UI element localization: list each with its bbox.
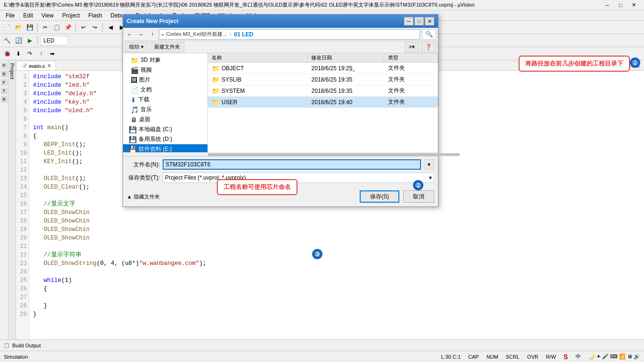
sep2 [75,23,76,32]
address-bar: ← → ↑ « Cortex-M3_Keil软件新建... › 01 LED 🔍 [123,28,438,41]
create-project-dialog: Create New Project ─ □ ✕ ← → ↑ « Cortex-… [123,14,438,207]
close-button[interactable]: ✕ [627,1,640,9]
back-btn[interactable]: ◀ [105,22,116,33]
paste-btn[interactable]: 📌 [63,22,73,33]
header-date[interactable]: 修改日期 [307,53,384,62]
left-sidebar: P B F T R [0,60,8,339]
addr-forward-btn[interactable]: → [136,30,146,39]
callout-1-arrow: → [348,66,356,76]
horizontal-scrollbar[interactable] [123,152,438,156]
file-row-user[interactable]: 📁USER 2018/6/25 19:40 文件夹 [208,97,438,108]
sep3 [102,23,103,32]
minimize-button[interactable]: ─ [601,1,614,9]
dialog-close-btn[interactable]: ✕ [425,17,434,25]
callout-1-number: ① [630,58,640,68]
tree-item-video[interactable]: 🎬 视频 [123,65,207,75]
addr-up-btn[interactable]: ↑ [148,30,157,39]
tree-item-edrive[interactable]: 💾 软件资料 (E:) [123,144,207,152]
header-type[interactable]: 类型 [384,53,438,62]
filebrowser-toolbar: 组织 ▾ 新建文件夹 ≡▾ ❓ [123,41,438,53]
title-text: E:\教学&项目开发\教学\Cortex-M3 教学\20180619 物联网开… [4,1,601,8]
new-file-btn[interactable]: 📄 [2,22,12,33]
status-simulation: Simulation [4,354,28,360]
hide-folders-btn[interactable]: ▲ 隐藏文件夹 [127,193,160,200]
new-folder-btn[interactable]: 新建文件夹 [150,42,184,52]
callout-3-number: ③ [312,249,322,259]
hide-folders-label: 隐藏文件夹 [134,193,160,200]
save-btn[interactable]: 💾 [25,22,35,33]
dialog-titlebar: Create New Project ─ □ ✕ [123,15,438,28]
hide-folders-icon: ▲ [127,194,132,199]
tree-item-docs[interactable]: 📄 文档 [123,85,207,95]
redo-btn[interactable]: ↪ [90,22,100,33]
tree-item-3d[interactable]: 📁 3D 对象 [123,55,207,65]
tree-item-cdrive[interactable]: 💾 本地磁盘 (C:) [123,124,207,134]
statusbar-caps: CAP [468,354,479,360]
dialog-help-btn[interactable]: ❓ [421,42,436,52]
filebrowser-main: 📁 3D 对象 🎬 视频 🖼 图片 📄 文档 ⬇ 下载 🎵 音乐 🖥 桌面 💾 … [123,53,438,152]
undo-btn[interactable]: ↩ [78,22,89,33]
stepout-btn[interactable]: ↑ [36,49,46,59]
save-button[interactable]: 保存(S) [360,190,399,203]
dialog-minimize-btn[interactable]: ─ [404,17,413,25]
filename-input[interactable] [163,159,421,170]
statusbar-icons: 🌙 ✦ 🎤 ⌨ 📶 🖥 🔊 [588,354,640,360]
tab-mainc[interactable]: 📝 main.c ✕ [16,61,56,70]
open-btn[interactable]: 📂 [13,22,24,33]
tree-item-downloads[interactable]: ⬇ 下载 [123,95,207,105]
copy-btn[interactable]: 📋 [51,22,62,33]
run-btn[interactable]: ▶ [25,35,35,46]
filename-label: 文件名(N): [127,161,160,169]
sidebar-icon-tmpl[interactable]: T [1,88,8,94]
tree-item-desktop[interactable]: 🖥 桌面 [123,115,207,124]
led-field[interactable]: LED [40,36,68,45]
filename-dropdown-btn[interactable]: ▾ [424,159,434,170]
filetype-chevron: ▾ [429,174,432,181]
debug-start-btn[interactable]: 🐞 [2,49,12,59]
callout-2-number: ② [413,180,423,190]
menu-flash[interactable]: Flash [84,11,106,20]
addr-cortex: Cortex-M3_Keil软件新建... [166,31,227,38]
tree-item-ddrive[interactable]: 💾 备用系统 (D:) [123,134,207,144]
stepover-btn[interactable]: ↷ [25,49,35,59]
file-row-object[interactable]: 📁OBJECT 2018/6/25 19:25 文件夹 [208,63,438,74]
project-panel-label[interactable]: Project [8,60,16,339]
menu-file[interactable]: File [2,11,18,20]
menu-view[interactable]: View [38,11,58,20]
dialog-title-text: Create New Project [127,18,178,25]
sidebar-icon-reg[interactable]: R [1,96,8,103]
menu-edit[interactable]: Edit [19,11,37,20]
address-path[interactable]: « Cortex-M3_Keil软件新建... › 01 LED [159,29,420,40]
dialog-titlebar-buttons: ─ □ ✕ [404,17,434,25]
rebuild-btn[interactable]: 🔄 [13,35,24,46]
addr-folder-current: 01 LED [234,31,253,38]
cancel-button[interactable]: 取消 [403,190,434,203]
runtocursor-btn[interactable]: ➡ [47,49,58,59]
dialog-maximize-btn[interactable]: □ [414,17,424,25]
view-toggle-btn[interactable]: ≡▾ [405,42,419,52]
menu-project[interactable]: Project [58,11,83,20]
step-btn[interactable]: ⬇ [13,49,24,59]
file-row-syslib[interactable]: 📁SYSLIB 2018/6/25 19:35 文件夹 [208,74,438,85]
cut-btn[interactable]: ✂ [40,22,50,33]
addr-search-btn[interactable]: 🔍 [422,29,436,40]
statusbar-ime: 中 [576,353,581,360]
tree-item-music[interactable]: 🎵 音乐 [123,105,207,115]
maximize-button[interactable]: □ [614,1,627,9]
addr-chevron: › [230,32,231,37]
build-btn[interactable]: 🔨 [2,35,12,46]
sidebar-icon-func[interactable]: F [1,79,8,86]
organize-btn[interactable]: 组织 ▾ [125,42,148,52]
file-row-system[interactable]: 📁SYSTEM 2018/6/25 19:35 文件夹 [208,85,438,97]
header-name[interactable]: 名称 [208,53,307,62]
addr-path-prefix: « [161,32,164,37]
tab-icon: 📝 [21,63,27,68]
s-logo: S [563,353,568,361]
build-output-bar: 📋 Build Output [0,339,644,351]
sidebar-icon-books[interactable]: B [1,71,8,77]
tab-close-btn[interactable]: ✕ [47,63,51,68]
addr-back-btn[interactable]: ← [125,30,134,39]
tree-item-images[interactable]: 🖼 图片 [123,75,207,85]
sidebar-icon-project[interactable]: P [1,62,8,69]
filetype-combo[interactable]: Project Files (*.uvproj; *.uvprojx) ▾ [163,173,434,183]
